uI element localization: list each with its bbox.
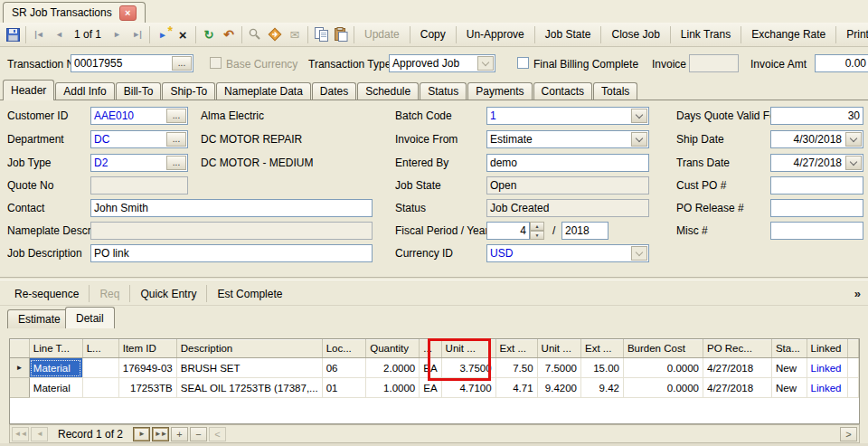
column-header-row-selector[interactable] <box>10 339 29 358</box>
tab-ship-to[interactable]: Ship-To <box>162 82 215 100</box>
table-row[interactable]: ► Material 176949-03 BRUSH SET 06 2.0000… <box>10 358 859 378</box>
cell-unit-cost[interactable]: 3.7500 <box>441 358 495 378</box>
cell-unit-price[interactable]: 7.5000 <box>537 358 580 378</box>
cell-uom[interactable]: EA <box>420 378 441 398</box>
cell-po-rec[interactable]: 4/27/2018 <box>703 358 771 378</box>
fiscal-period-spinner[interactable]: ▲ ▼ <box>530 222 544 240</box>
cell-l[interactable] <box>82 378 118 398</box>
column-header-po-rec[interactable]: PO Rec... <box>703 339 771 358</box>
ship-date-field[interactable]: 4/30/2018 <box>770 130 863 148</box>
tab-bill-to[interactable]: Bill-To <box>116 82 162 100</box>
cell-description[interactable]: SEAL OIL 17253TB (17387,... <box>176 378 322 398</box>
tab-status[interactable]: Status <box>420 82 467 100</box>
cell-unit-price[interactable]: 9.4200 <box>537 378 580 398</box>
column-header-l[interactable]: L... <box>82 339 118 358</box>
refresh-button[interactable]: ↻ <box>199 24 219 44</box>
tab-nameplate-data[interactable]: Nameplate Data <box>216 82 311 100</box>
cell-line-type[interactable]: Material <box>29 378 82 398</box>
tab-schedule[interactable]: Schedule <box>357 82 419 100</box>
column-header-line-type[interactable]: Line T... <box>29 339 82 358</box>
job-state-field[interactable]: Open <box>486 176 649 195</box>
link-trans-button[interactable]: Link Trans <box>674 28 738 41</box>
ship-date-dropdown-icon[interactable] <box>845 132 862 147</box>
customer-id-lookup-button[interactable]: ... <box>166 109 186 123</box>
department-lookup-button[interactable]: ... <box>166 132 186 147</box>
cell-quantity[interactable]: 2.0000 <box>366 358 420 378</box>
paste-button[interactable] <box>331 24 351 44</box>
cell-status[interactable]: New <box>771 358 807 378</box>
record-previous-button[interactable]: ◄ <box>31 427 48 441</box>
copy-button[interactable]: Copy <box>413 28 453 41</box>
cell-ext-price[interactable]: 15.00 <box>581 358 624 378</box>
cell-linked[interactable]: Linked <box>807 378 848 398</box>
column-header-burden-cost[interactable]: Burden Cost <box>623 339 703 358</box>
cell-line-type[interactable]: Material <box>29 358 82 378</box>
close-icon[interactable]: × <box>119 5 137 21</box>
tab-estimate[interactable]: Estimate <box>7 309 71 328</box>
toolbar-overflow-icon[interactable]: » <box>854 287 861 300</box>
contact-field[interactable]: John Smith <box>90 199 373 217</box>
exchange-rate-button[interactable]: Exchange Rate <box>744 28 833 41</box>
spinner-down-icon[interactable]: ▼ <box>530 231 544 240</box>
re-sequence-button[interactable]: Re-sequence <box>7 288 86 300</box>
invoice-field[interactable] <box>689 54 739 72</box>
first-record-button[interactable]: |◄ <box>29 24 49 44</box>
tab-totals[interactable]: Totals <box>593 82 637 100</box>
column-header-quantity[interactable]: Quantity <box>366 339 420 358</box>
column-header-sta[interactable]: Sta... <box>771 339 807 358</box>
table-row[interactable]: Material 17253TB SEAL OIL 17253TB (17387… <box>10 378 859 398</box>
job-type-field[interactable]: D2 ... <box>90 154 188 172</box>
batch-code-select[interactable]: 1 <box>486 107 649 125</box>
go-to-button[interactable] <box>265 24 285 44</box>
quote-no-field[interactable] <box>90 176 188 195</box>
row-selector-marker[interactable]: ► <box>10 358 29 378</box>
currency-id-select[interactable]: USD <box>486 244 649 262</box>
transaction-no-field[interactable]: 00017955 ... <box>71 54 193 72</box>
record-first-button[interactable]: ◄◄ <box>12 427 29 441</box>
cell-unit-cost[interactable]: 4.7100 <box>441 378 495 398</box>
department-field[interactable]: DC ... <box>90 130 188 148</box>
batch-code-dropdown-icon[interactable] <box>631 109 647 123</box>
scroll-right-button[interactable]: > <box>840 427 857 441</box>
job-state-button[interactable]: Job State <box>538 28 599 41</box>
transaction-type-dropdown-icon[interactable] <box>477 56 494 71</box>
delete-record-button[interactable]: × <box>173 24 193 44</box>
trans-date-dropdown-icon[interactable] <box>845 156 862 170</box>
status-field[interactable]: Job Created <box>486 199 649 217</box>
req-button[interactable]: Req <box>92 288 127 300</box>
next-record-button[interactable]: ► <box>107 24 127 44</box>
cell-linked[interactable]: Linked <box>807 358 848 378</box>
tab-contacts[interactable]: Contacts <box>533 82 592 100</box>
cell-ext-cost[interactable]: 7.50 <box>495 358 537 378</box>
cell-burden-cost[interactable]: 0.0000 <box>623 358 703 378</box>
document-tab[interactable]: SR Job Transactions × <box>3 2 146 23</box>
tab-detail[interactable]: Detail <box>65 307 115 328</box>
tab-payments[interactable]: Payments <box>467 82 532 100</box>
cell-uom[interactable]: EA <box>420 358 441 378</box>
fiscal-year-field[interactable]: 2018 <box>561 222 609 240</box>
cell-ext-price[interactable]: 9.42 <box>581 378 624 398</box>
invoice-from-select[interactable]: Estimate <box>486 130 649 148</box>
column-header-unit-cost[interactable]: Unit ... <box>441 339 495 358</box>
currency-id-dropdown-icon[interactable] <box>631 246 647 261</box>
cell-loc[interactable]: 06 <box>322 358 366 378</box>
est-complete-button[interactable]: Est Complete <box>210 288 289 300</box>
column-header-description[interactable]: Description <box>176 339 322 358</box>
new-record-button[interactable]: ►* <box>153 24 173 44</box>
fiscal-period-field[interactable]: 4 <box>486 222 530 240</box>
cell-loc[interactable]: 01 <box>322 378 366 398</box>
preview-button[interactable] <box>245 24 265 44</box>
tab-addl-info[interactable]: Addl Info <box>55 82 114 100</box>
cell-quantity[interactable]: 1.0000 <box>366 378 420 398</box>
cell-po-rec[interactable]: 4/27/2018 <box>703 378 771 398</box>
column-header-loc[interactable]: Loc... <box>322 339 366 358</box>
quick-entry-button[interactable]: Quick Entry <box>133 288 203 300</box>
cell-l[interactable] <box>82 358 118 378</box>
column-header-ext-cost[interactable]: Ext ... <box>495 339 537 358</box>
save-button[interactable] <box>3 24 23 44</box>
cell-item-id[interactable]: 176949-03 <box>118 358 176 378</box>
days-quote-field[interactable]: 30 <box>770 107 863 125</box>
record-last-button[interactable]: ►► <box>152 427 169 441</box>
record-add-button[interactable]: + <box>171 427 188 441</box>
cell-description[interactable]: BRUSH SET <box>176 358 322 378</box>
